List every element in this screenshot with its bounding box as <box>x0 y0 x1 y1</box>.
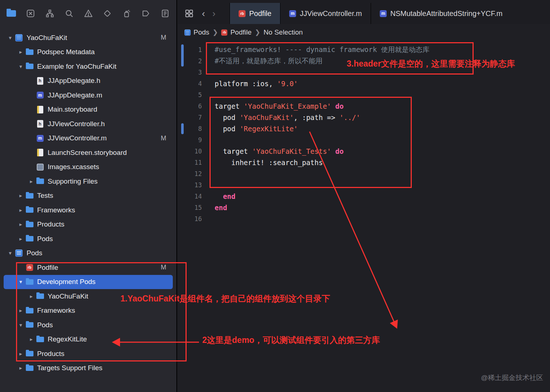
sidebar-item-jjappdelegate-m[interactable]: mJJAppDelegate.m <box>0 88 176 103</box>
disclosure-triangle-icon[interactable]: ▾ <box>16 279 25 285</box>
tab-nsmutableattributedstring[interactable]: m NSMutableAttributedString+YCF.m <box>371 3 550 24</box>
tab-label: NSMutableAttributedString+YCF.m <box>390 9 502 18</box>
line-number: 11 <box>178 159 202 166</box>
sidebar-item-products[interactable]: ▸Products <box>0 347 176 361</box>
report-navigator-icon[interactable] <box>160 8 171 19</box>
find-navigator-icon[interactable] <box>64 8 75 19</box>
code-line-10[interactable]: 10 target 'YaoChuFaKit_Tests' do <box>178 145 550 157</box>
code-line-13[interactable]: 13 <box>178 179 550 191</box>
sidebar-item-label: YaoChuFaKit <box>27 34 67 42</box>
issue-navigator-icon[interactable] <box>83 8 94 19</box>
sidebar-item-frameworks[interactable]: ▸Frameworks <box>0 304 176 318</box>
sidebar-item-targets-support-files[interactable]: ▸Targets Support Files <box>0 361 176 376</box>
disclosure-triangle-icon[interactable]: ▾ <box>6 35 15 41</box>
disclosure-triangle-icon[interactable]: ▸ <box>16 351 25 357</box>
sidebar-item-jjviewcontroller-h[interactable]: hJJViewController.h <box>0 117 176 131</box>
code-line-7[interactable]: 7 pod 'YaoChuFaKit', :path => '../' <box>178 112 550 123</box>
disclosure-triangle-icon[interactable]: ▸ <box>27 178 36 185</box>
line-number: 7 <box>178 114 202 121</box>
forward-chevron-icon[interactable]: › <box>212 9 216 18</box>
modified-badge: M <box>161 135 166 142</box>
sidebar-item-pods[interactable]: ▸Pods <box>0 232 176 246</box>
sidebar-item-pods[interactable]: ▾Pods <box>0 318 176 332</box>
line-number: 12 <box>178 170 202 177</box>
storyboard-icon <box>36 149 44 156</box>
line-content: end <box>202 192 235 200</box>
sidebar-item-jjviewcontroller-m[interactable]: mJJViewController.mM <box>0 131 176 146</box>
breadcrumb-item-podfile[interactable]: rb Podfile <box>221 28 251 36</box>
sidebar-item-products[interactable]: ▸Products <box>0 217 176 232</box>
editor-grid-icon[interactable] <box>184 8 195 19</box>
disclosure-triangle-icon[interactable]: ▸ <box>16 221 25 228</box>
code-line-3[interactable]: 3 <box>178 67 550 78</box>
project-navigator-icon[interactable] <box>6 8 17 19</box>
sidebar-item-jjappdelegate-h[interactable]: hJJAppDelegate.h <box>0 74 176 88</box>
code-line-5[interactable]: 5 <box>178 89 550 100</box>
code-line-11[interactable]: 11 inherit! :search_paths <box>178 157 550 168</box>
sidebar-item-label: Pods <box>37 321 53 329</box>
code-line-9[interactable]: 9 <box>178 134 550 145</box>
sidebar-item-yaochufakit[interactable]: ▾YaoChuFaKitM <box>0 31 176 45</box>
sidebar-item-tests[interactable]: ▸Tests <box>0 189 176 203</box>
watermark: @稀土掘金技术社区 <box>481 373 543 383</box>
source-editor[interactable]: 1#use_frameworks! ---- dynamic framework… <box>178 41 550 392</box>
folder-icon <box>25 222 34 227</box>
sidebar-item-podspec-metadata[interactable]: ▸Podspec Metadata <box>0 45 176 60</box>
m-icon: m <box>36 135 44 142</box>
h-icon: h <box>36 77 44 85</box>
sidebar-item-example-for-yaochufakit[interactable]: ▾Example for YaoChuFaKit <box>0 59 176 74</box>
project-navigator-sidebar: ▾YaoChuFaKitM▸Podspec Metadata▾Example f… <box>0 0 177 392</box>
disclosure-triangle-icon[interactable]: ▾ <box>16 63 25 70</box>
line-content: #use_frameworks! ---- dynamic framework … <box>202 45 430 55</box>
code-line-15[interactable]: 15end <box>178 202 550 213</box>
sidebar-item-label: YaoChuFaKit <box>48 292 88 300</box>
code-line-12[interactable]: 12 <box>178 168 550 179</box>
folder-icon <box>25 236 34 241</box>
sidebar-item-development-pods[interactable]: ▾Development Pods <box>4 275 173 289</box>
sidebar-item-launchscreen-storyboard[interactable]: LaunchScreen.storyboard <box>0 145 176 160</box>
back-chevron-icon[interactable]: ‹ <box>202 9 205 18</box>
breakpoint-navigator-icon[interactable] <box>140 8 151 19</box>
sidebar-item-pods[interactable]: ▾Pods <box>0 246 176 261</box>
app-icon <box>15 34 23 41</box>
code-line-6[interactable]: 6target 'YaoChuFaKit_Example' do <box>178 100 550 112</box>
breadcrumb-item-pods[interactable]: Pods <box>184 28 209 36</box>
sidebar-item-main-storyboard[interactable]: Main.storyboard <box>0 103 176 117</box>
code-line-2[interactable]: 2#不适用，就是静态库，所以不能用 <box>178 55 550 67</box>
sidebar-item-supporting-files[interactable]: ▸Supporting Files <box>0 174 176 189</box>
sidebar-item-podfile[interactable]: rbPodfileM <box>0 260 176 275</box>
sidebar-item-images-xcassets[interactable]: Images.xcassets <box>0 160 176 175</box>
sidebar-item-frameworks[interactable]: ▸Frameworks <box>0 203 176 217</box>
code-line-16[interactable]: 16 <box>178 213 550 224</box>
code-line-4[interactable]: 4platform :ios, '9.0' <box>178 78 550 89</box>
code-line-1[interactable]: 1#use_frameworks! ---- dynamic framework… <box>178 44 550 55</box>
sidebar-item-label: RegexKitLite <box>48 335 87 343</box>
folder-icon <box>25 193 34 199</box>
tab-jjviewcontroller[interactable]: m JJViewController.m <box>280 3 371 24</box>
disclosure-triangle-icon[interactable]: ▸ <box>27 336 36 343</box>
code-line-8[interactable]: 8 pod 'RegexKitLite' <box>178 123 550 134</box>
disclosure-triangle-icon[interactable]: ▾ <box>16 322 25 328</box>
test-navigator-icon[interactable] <box>102 8 113 19</box>
folder-icon <box>25 365 34 371</box>
disclosure-triangle-icon[interactable]: ▾ <box>6 250 15 256</box>
disclosure-triangle-icon[interactable]: ▸ <box>16 365 25 371</box>
code-line-14[interactable]: 14 end <box>178 191 550 202</box>
disclosure-triangle-icon[interactable]: ▸ <box>16 236 25 242</box>
disclosure-triangle-icon[interactable]: ▸ <box>16 192 25 199</box>
line-number: 5 <box>178 91 202 99</box>
debug-navigator-icon[interactable] <box>121 8 132 19</box>
disclosure-triangle-icon[interactable]: ▸ <box>16 307 25 314</box>
sidebar-item-label: Tests <box>37 192 53 200</box>
storyboard-icon <box>36 106 44 113</box>
sidebar-item-regexkitlite[interactable]: ▸RegexKitLite <box>0 332 176 347</box>
tab-podfile[interactable]: rb Podfile <box>230 3 280 24</box>
sidebar-item-yaochufakit[interactable]: ▸YaoChuFaKit <box>0 289 176 304</box>
disclosure-triangle-icon[interactable]: ▸ <box>27 293 36 300</box>
disclosure-triangle-icon[interactable]: ▸ <box>16 207 25 213</box>
line-number: 10 <box>178 148 202 155</box>
disclosure-triangle-icon[interactable]: ▸ <box>16 49 25 55</box>
source-control-navigator-icon[interactable] <box>25 8 36 19</box>
modified-badge: M <box>161 264 166 271</box>
symbol-navigator-icon[interactable] <box>44 8 55 19</box>
